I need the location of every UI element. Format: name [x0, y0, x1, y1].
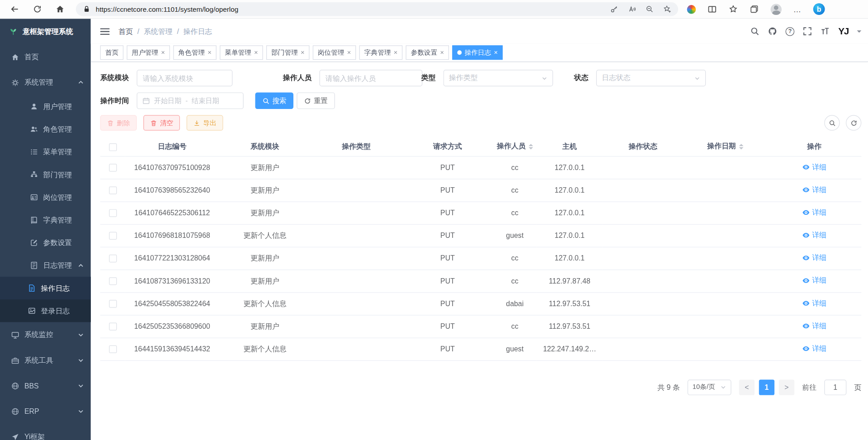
date-range-picker[interactable]: 开始日期 - 结束日期: [137, 92, 243, 109]
sidebar-item-system-monitor[interactable]: 系统监控: [0, 322, 91, 347]
url-text[interactable]: https://ccnetcore.com:1101/system/log/op…: [96, 5, 605, 13]
detail-link[interactable]: 详细: [802, 162, 826, 172]
github-icon[interactable]: [768, 27, 778, 36]
refresh-table-button[interactable]: [846, 115, 861, 131]
sidebar-item-system-tools[interactable]: 系统工具: [0, 348, 91, 373]
sidebar-item-home[interactable]: 首页: [0, 44, 91, 70]
home-icon[interactable]: [55, 5, 65, 14]
next-page-button[interactable]: >: [779, 379, 794, 395]
user-avatar[interactable]: YJ: [838, 26, 849, 37]
sidebar-item-erp[interactable]: ERP: [0, 398, 91, 424]
sidebar-item-param-settings[interactable]: 参数设置: [0, 232, 91, 254]
row-checkbox[interactable]: [109, 278, 117, 285]
detail-link[interactable]: 详细: [802, 253, 826, 263]
page-number-button[interactable]: 1: [759, 379, 774, 395]
detail-link[interactable]: 详细: [802, 298, 826, 308]
tab-user-mgmt[interactable]: 用户管理×: [127, 45, 170, 60]
detail-link[interactable]: 详细: [802, 276, 826, 286]
row-checkbox[interactable]: [109, 345, 117, 353]
avatar-caret-icon[interactable]: [857, 30, 862, 35]
tab-close-icon[interactable]: ×: [494, 49, 498, 56]
tab-dept-mgmt[interactable]: 部门管理×: [266, 45, 310, 60]
delete-button[interactable]: 删除: [100, 115, 137, 131]
search-button[interactable]: 搜索: [255, 92, 293, 109]
sidebar-item-login-log[interactable]: 登录日志: [0, 299, 91, 322]
address-bar[interactable]: https://ccnetcore.com:1101/system/log/op…: [76, 2, 678, 16]
export-button[interactable]: 导出: [187, 115, 223, 131]
detail-link[interactable]: 详细: [802, 230, 826, 240]
sidebar-item-menu-mgmt[interactable]: 菜单管理: [0, 141, 91, 163]
sidebar-item-role-mgmt[interactable]: 角色管理: [0, 118, 91, 141]
tab-menu-mgmt[interactable]: 菜单管理×: [220, 45, 263, 60]
select-all-checkbox[interactable]: [109, 143, 117, 151]
back-icon[interactable]: [10, 5, 19, 14]
sidebar-item-log-mgmt[interactable]: 日志管理: [0, 254, 91, 277]
zoom-out-icon[interactable]: [646, 5, 654, 13]
collapse-sidebar-icon[interactable]: [100, 28, 110, 35]
sidebar-item-user-mgmt[interactable]: 用户管理: [0, 95, 91, 118]
detail-link[interactable]: 详细: [802, 208, 826, 218]
password-key-icon[interactable]: [610, 5, 618, 13]
clear-button[interactable]: 清空: [143, 115, 180, 131]
operator-input[interactable]: [320, 70, 423, 86]
sidebar-item-dept-mgmt[interactable]: 部门管理: [0, 163, 91, 186]
detail-link[interactable]: 详细: [802, 344, 826, 354]
collections-icon[interactable]: [750, 5, 759, 14]
sidebar-item-system-mgmt[interactable]: 系统管理: [0, 70, 91, 95]
breadcrumb-item[interactable]: 系统管理: [144, 26, 173, 36]
module-input[interactable]: [137, 70, 232, 86]
sidebar-item-post-mgmt[interactable]: 岗位管理: [0, 186, 91, 208]
col-date[interactable]: 操作日期: [683, 137, 767, 156]
detail-link[interactable]: 详细: [802, 185, 826, 195]
prev-page-button[interactable]: <: [739, 379, 755, 395]
goto-page-input[interactable]: [824, 379, 846, 395]
breadcrumb-item[interactable]: 首页: [118, 26, 133, 36]
tab-param-settings[interactable]: 参数设置×: [406, 45, 449, 60]
tab-close-icon[interactable]: ×: [208, 49, 212, 56]
row-checkbox[interactable]: [109, 255, 117, 262]
status-select[interactable]: 日志状态: [596, 70, 706, 86]
tab-post-mgmt[interactable]: 岗位管理×: [313, 45, 356, 60]
fullscreen-icon[interactable]: [803, 27, 812, 36]
split-screen-icon[interactable]: [708, 5, 717, 14]
page-size-select[interactable]: 10条/页: [688, 379, 731, 395]
search-icon[interactable]: [750, 27, 760, 36]
font-size-icon[interactable]: [821, 27, 830, 36]
extension-pinwheel-icon[interactable]: [687, 5, 696, 14]
row-checkbox[interactable]: [109, 209, 117, 217]
tab-close-icon[interactable]: ×: [254, 49, 258, 56]
row-checkbox[interactable]: [109, 164, 117, 172]
sort-icon[interactable]: [739, 142, 743, 151]
row-checkbox[interactable]: [109, 187, 117, 194]
tab-close-icon[interactable]: ×: [161, 49, 165, 56]
browser-more-icon[interactable]: …: [793, 5, 802, 14]
browser-profile-avatar[interactable]: [771, 4, 782, 14]
tab-close-icon[interactable]: ×: [394, 49, 398, 56]
tab-close-icon[interactable]: ×: [440, 49, 444, 56]
favorites-bar-icon[interactable]: [728, 5, 738, 14]
detail-link[interactable]: 详细: [802, 321, 826, 331]
sort-icon[interactable]: [528, 142, 533, 151]
help-icon[interactable]: ?: [786, 27, 795, 36]
tab-role-mgmt[interactable]: 角色管理×: [173, 45, 217, 60]
tab-close-icon[interactable]: ×: [347, 49, 351, 56]
add-favorite-icon[interactable]: [663, 5, 671, 13]
reset-button[interactable]: 重置: [297, 92, 335, 109]
sidebar-item-yi-framework[interactable]: Yi框架: [0, 424, 91, 440]
row-checkbox[interactable]: [109, 300, 117, 308]
read-aloud-icon[interactable]: [628, 5, 636, 13]
tab-dict-mgmt[interactable]: 字典管理×: [359, 45, 403, 60]
sidebar-item-oper-log[interactable]: 操作日志: [0, 277, 91, 299]
col-operator[interactable]: 操作人员: [493, 137, 537, 156]
tab-close-icon[interactable]: ×: [301, 49, 305, 56]
type-select[interactable]: 操作类型: [443, 70, 553, 86]
sidebar-item-dict-mgmt[interactable]: 字典管理: [0, 208, 91, 231]
tab-home[interactable]: 首页: [100, 45, 123, 60]
tab-oper-log[interactable]: 操作日志×: [453, 45, 503, 60]
show-search-toggle-button[interactable]: [824, 115, 840, 131]
sidebar-item-bbs[interactable]: BBS: [0, 373, 91, 398]
row-checkbox[interactable]: [109, 323, 117, 331]
row-checkbox[interactable]: [109, 232, 117, 240]
refresh-icon[interactable]: [33, 5, 42, 14]
bing-icon[interactable]: b: [813, 3, 825, 15]
